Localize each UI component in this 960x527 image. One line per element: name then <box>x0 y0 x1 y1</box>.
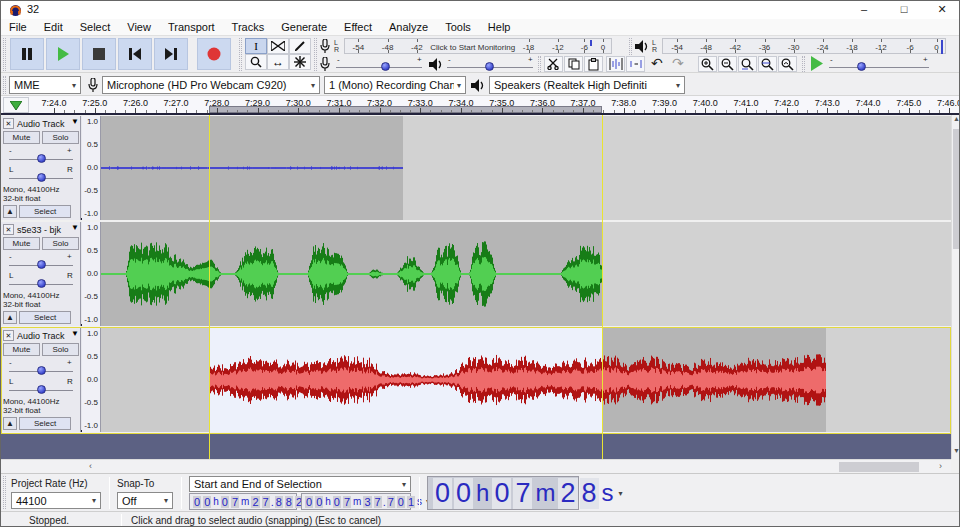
track2-pan-slider[interactable] <box>9 279 73 289</box>
menu-view[interactable]: View <box>127 21 151 33</box>
horizontal-scroll-thumb[interactable] <box>839 462 919 472</box>
close-button[interactable]: ✕ <box>925 1 959 19</box>
menu-select[interactable]: Select <box>80 21 111 33</box>
maximize-button[interactable]: □ <box>887 1 921 19</box>
track2-vertical-scale[interactable]: 1.0 0.5 0.0 -0.5 -1.0 <box>82 222 101 326</box>
menu-transport[interactable]: Transport <box>168 21 215 33</box>
scroll-right-arrow-icon[interactable]: › <box>939 461 942 471</box>
menu-effect[interactable]: Effect <box>344 21 372 33</box>
playback-volume-thumb[interactable] <box>485 62 494 71</box>
play-button[interactable] <box>46 38 80 70</box>
output-device-select[interactable]: Speakers (Realtek High Definiti▾ <box>489 76 685 94</box>
scroll-down-arrow-icon[interactable]: ▼ <box>953 447 960 454</box>
track2-collapse-button[interactable]: ▲ <box>3 311 17 324</box>
track2-name[interactable]: s5e33 - bjk <box>17 225 61 235</box>
track3-collapse-button[interactable]: ▲ <box>3 417 17 430</box>
track2-select-button[interactable]: Select <box>19 311 71 324</box>
stop-button[interactable] <box>82 38 116 70</box>
track3-solo-button[interactable]: Solo <box>42 343 79 356</box>
vertical-scrollbar[interactable]: ▲ ▼ <box>951 115 960 459</box>
edit-toolbar-grip[interactable] <box>538 56 541 72</box>
project-rate-select[interactable]: 44100▾ <box>11 492 101 509</box>
track1-solo-button[interactable]: Solo <box>42 131 79 144</box>
track2-waveform[interactable] <box>101 222 951 326</box>
scroll-left-arrow-icon[interactable]: ‹ <box>89 461 92 471</box>
monitor-hint[interactable]: Click to Start Monitoring <box>430 43 515 52</box>
playback-volume-slider[interactable] <box>447 61 533 73</box>
menu-edit[interactable]: Edit <box>44 21 63 33</box>
play-speed-thumb[interactable] <box>857 62 866 71</box>
time-ruler[interactable]: 7:24.07:25.07:26.07:27.07:28.07:29.07:30… <box>1 96 960 115</box>
track1-pan-slider[interactable] <box>9 173 73 183</box>
input-device-select[interactable]: Microphone (HD Pro Webcam C920)▾ <box>102 76 320 94</box>
recording-volume-slider[interactable] <box>336 61 422 73</box>
track3-name[interactable]: Audio Track <box>17 331 65 341</box>
recording-meter[interactable]: -54-48-42-18-12-60Click to Start Monitor… <box>344 38 612 54</box>
cut-button[interactable] <box>544 56 563 72</box>
timeshift-tool-button[interactable]: ↔ <box>267 54 289 70</box>
zoom-out-button[interactable] <box>718 56 737 72</box>
zoom-toggle-button[interactable] <box>778 56 797 72</box>
selection-end-field[interactable]: 00h07m37.701s▾ <box>301 493 411 510</box>
menu-tracks[interactable]: Tracks <box>232 21 265 33</box>
zoom-fit-button[interactable] <box>758 56 777 72</box>
track3-waveform[interactable] <box>101 328 951 432</box>
audio-position-display[interactable]: 00h07m28s▾ <box>427 476 579 510</box>
vertical-scroll-thumb[interactable] <box>953 129 960 249</box>
track1-name[interactable]: Audio Track <box>17 119 65 129</box>
track2-mute-button[interactable]: Mute <box>3 237 40 250</box>
track2-menu-arrow-icon[interactable]: ▼ <box>71 223 79 232</box>
track1-menu-arrow-icon[interactable]: ▼ <box>71 117 79 126</box>
draw-tool-button[interactable] <box>289 38 311 54</box>
track1-collapse-button[interactable]: ▲ <box>3 205 17 218</box>
selection-tool-button[interactable]: I <box>245 38 267 54</box>
silence-audio-button[interactable] <box>626 56 645 72</box>
input-channels-select[interactable]: 1 (Mono) Recording Chann▾ <box>324 76 466 94</box>
undo-button[interactable]: ↶ <box>651 55 663 71</box>
track3-pan-slider[interactable] <box>9 385 73 395</box>
trim-audio-button[interactable] <box>606 56 625 72</box>
snap-to-select[interactable]: Off▾ <box>117 492 173 509</box>
skip-to-end-button[interactable] <box>154 38 188 70</box>
skip-to-start-button[interactable] <box>118 38 152 70</box>
track1-vertical-scale[interactable]: 1.0 0.5 0.0 -0.5 -1.0 <box>82 116 101 220</box>
play-speed-slider[interactable] <box>829 61 929 73</box>
pause-button[interactable] <box>10 38 44 70</box>
zoom-tool-button[interactable] <box>245 54 267 70</box>
record-button[interactable] <box>197 38 231 70</box>
recording-meter-grip[interactable] <box>314 38 317 71</box>
menu-file[interactable]: File <box>9 21 27 33</box>
track2-solo-button[interactable]: Solo <box>42 237 79 250</box>
timeline-options-button[interactable] <box>3 97 29 113</box>
menu-analyze[interactable]: Analyze <box>389 21 428 33</box>
tools-toolbar-grip[interactable] <box>239 38 242 71</box>
selection-start-field[interactable]: 00h07m27.882s▾ <box>189 493 297 510</box>
device-toolbar-grip[interactable] <box>3 76 6 94</box>
track1-waveform[interactable] <box>101 116 951 220</box>
play-at-speed-icon[interactable] <box>809 56 824 71</box>
zoom-in-button[interactable] <box>698 56 717 72</box>
track1-select-button[interactable]: Select <box>19 205 71 218</box>
minimize-button[interactable]: – <box>847 1 881 19</box>
selection-toolbar-grip[interactable] <box>3 476 6 509</box>
envelope-tool-button[interactable] <box>267 38 289 54</box>
multi-tool-button[interactable] <box>289 54 311 70</box>
copy-button[interactable] <box>564 56 583 72</box>
menu-tools[interactable]: Tools <box>445 21 471 33</box>
playspeed-grip[interactable] <box>802 56 805 72</box>
paste-button[interactable] <box>584 56 603 72</box>
track3-close-button[interactable]: ✕ <box>3 330 14 341</box>
playback-meter[interactable]: -54-48-42-36-30-24-18-12-60 <box>662 38 946 54</box>
transport-toolbar-grip[interactable] <box>3 38 6 71</box>
track1-gain-slider[interactable] <box>9 154 73 164</box>
selection-mode-select[interactable]: Start and End of Selection▾ <box>189 476 411 492</box>
recording-volume-thumb[interactable] <box>381 62 390 71</box>
zoom-selection-button[interactable] <box>738 56 757 72</box>
horizontal-scrollbar[interactable]: ‹ › <box>1 459 951 473</box>
audio-host-select[interactable]: MME▾ <box>9 76 81 94</box>
track3-select-button[interactable]: Select <box>19 417 71 430</box>
track3-menu-arrow-icon[interactable]: ▼ <box>71 329 79 338</box>
track1-mute-button[interactable]: Mute <box>3 131 40 144</box>
track2-gain-slider[interactable] <box>9 260 73 270</box>
scroll-up-arrow-icon[interactable]: ▲ <box>953 115 960 122</box>
